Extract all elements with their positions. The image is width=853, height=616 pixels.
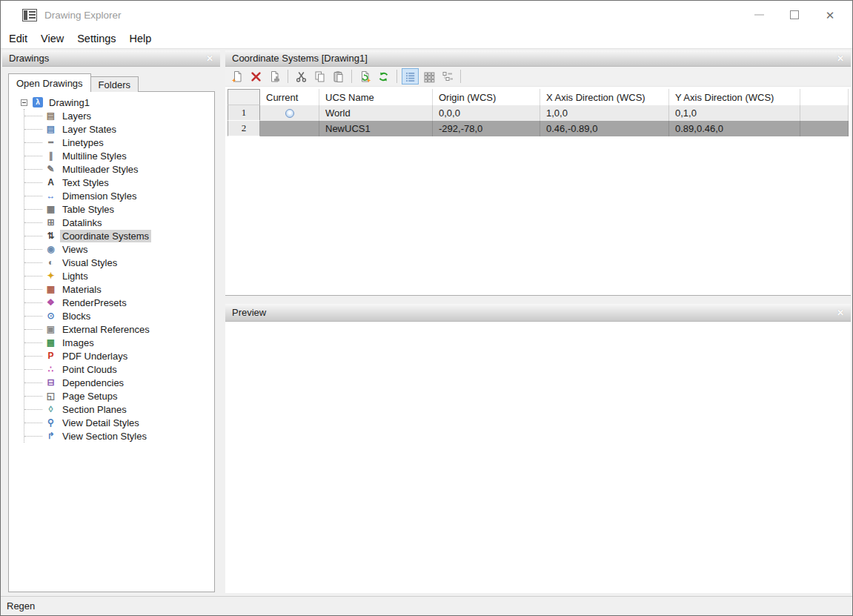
tree-item-images[interactable]: ▩Images	[24, 336, 214, 349]
tree-item-label: PDF Underlays	[60, 350, 130, 362]
delete-button[interactable]	[248, 68, 265, 85]
tree-item-label: Section Planes	[60, 403, 129, 416]
tree-item-external-references[interactable]: ▣External References	[24, 322, 214, 336]
tree-item-label: Layers	[60, 110, 93, 122]
current-cell	[260, 105, 319, 121]
tab-open-drawings[interactable]: Open Drawings	[8, 73, 91, 92]
tree-item-linetypes[interactable]: ┅Linetypes	[24, 136, 214, 149]
iconsview-icon	[422, 70, 435, 83]
ucs-row-world[interactable]: 1World0,0,01,0,00,1,0	[228, 105, 849, 121]
minimize-button[interactable]	[741, 1, 777, 29]
coordinate-systems-panel-title: Coordinate Systems [Drawing1]	[232, 53, 368, 64]
tree-item-label: Table Styles	[60, 203, 116, 216]
cut-icon	[295, 70, 308, 83]
column-header-origin-wcs-[interactable]: Origin (WCS)	[433, 89, 540, 105]
column-header-x-axis-direction-wcs-[interactable]: X Axis Direction (WCS)	[540, 89, 669, 105]
tree-item-label: Dimension Styles	[60, 190, 139, 202]
tree-item-visual-styles[interactable]: ◐Visual Styles	[24, 256, 214, 269]
details-view-button[interactable]	[402, 68, 419, 85]
tree-item-label: Datalinks	[60, 216, 104, 229]
tree-item-materials[interactable]: ▦Materials	[24, 282, 214, 296]
tree-item-label: Visual Styles	[60, 256, 119, 269]
origin-cell: -292,-78,0	[433, 121, 540, 136]
maximize-icon	[790, 10, 799, 19]
tree-item-label: View Section Styles	[60, 430, 149, 443]
maximize-button[interactable]	[777, 1, 812, 29]
menu-help[interactable]: Help	[123, 31, 159, 46]
row-number: 2	[228, 121, 260, 136]
pdf-underlays-icon: P	[45, 351, 56, 362]
tree-item-view-detail-styles[interactable]: ⚲View Detail Styles	[24, 416, 214, 429]
tree-item-page-setups[interactable]: ◱Page Setups	[24, 389, 214, 403]
tree-item-label: Materials	[60, 283, 104, 296]
main-area: Drawings ✕ Open DrawingsFolders λDrawing…	[1, 48, 852, 596]
page-setups-icon: ◱	[45, 391, 56, 402]
tree-item-view-section-styles[interactable]: ↱View Section Styles	[24, 429, 214, 443]
tree-item-label: Point Clouds	[60, 363, 119, 376]
tree-item-pdf-underlays[interactable]: PPDF Underlays	[24, 349, 214, 362]
menu-settings[interactable]: Settings	[70, 31, 122, 46]
preview-body	[225, 322, 851, 593]
ucs-name-cell: World	[319, 105, 433, 121]
tree-item-blocks[interactable]: ⊙Blocks	[24, 309, 214, 322]
paste-button[interactable]	[330, 68, 347, 85]
tree-item-dependencies[interactable]: ⊟Dependencies	[24, 376, 214, 389]
purge-button[interactable]	[266, 68, 283, 85]
render-presets-icon: ❖	[45, 297, 56, 308]
icons-view-button[interactable]	[420, 68, 437, 85]
tree-view-button[interactable]	[439, 68, 456, 85]
drawings-panel-close-icon[interactable]: ✕	[206, 53, 213, 64]
window-title: Drawing Explorer	[44, 10, 122, 21]
setcur-icon	[359, 70, 371, 83]
cut-button[interactable]	[293, 68, 310, 85]
current-radio-icon[interactable]	[285, 109, 294, 118]
tree-item-label: Views	[60, 243, 90, 256]
multiline-styles-icon: ∥	[45, 150, 56, 162]
right-column: Coordinate Systems [Drawing1] ✕ CurrentU…	[225, 50, 851, 593]
materials-icon: ▦	[45, 284, 56, 295]
x-axis-cell: 0.46,-0.89,0	[540, 121, 669, 136]
tree-item-lights[interactable]: ✦Lights	[24, 269, 214, 282]
column-header-ucs-name[interactable]: UCS Name	[319, 89, 433, 105]
multileader-styles-icon: ✎	[45, 164, 56, 175]
tab-folders[interactable]: Folders	[91, 76, 139, 92]
tree-item-coordinate-systems[interactable]: ⇅Coordinate Systems	[24, 229, 214, 242]
new-icon	[231, 70, 244, 83]
close-button[interactable]: ✕	[812, 1, 848, 29]
tree-item-label: Page Setups	[60, 390, 119, 403]
tree-item-section-planes[interactable]: ◊Section Planes	[24, 403, 214, 416]
tree-item-label: Images	[60, 337, 96, 349]
copy-button[interactable]	[311, 68, 328, 85]
collapse-icon[interactable]	[21, 99, 27, 106]
tree-item-point-clouds[interactable]: ∴Point Clouds	[24, 362, 214, 376]
tree-item-dimension-styles[interactable]: ↔Dimension Styles	[24, 189, 214, 202]
tree-item-multileader-styles[interactable]: ✎Multileader Styles	[24, 162, 214, 176]
row-number-header	[228, 89, 260, 105]
images-icon: ▩	[45, 337, 56, 348]
column-header-y-axis-direction-wcs-[interactable]: Y Axis Direction (WCS)	[669, 89, 800, 105]
tree-item-multiline-styles[interactable]: ∥Multiline Styles	[24, 149, 214, 162]
tree-item-table-styles[interactable]: ▦Table Styles	[24, 202, 214, 216]
menu-edit[interactable]: Edit	[2, 31, 34, 46]
new-ucs-button[interactable]	[229, 68, 246, 85]
drawing-explorer-window: Drawing Explorer ✕ EditViewSettingsHelp …	[0, 0, 853, 616]
tree-item-layers[interactable]: ▤Layers	[24, 109, 214, 122]
set-current-button[interactable]	[356, 68, 374, 85]
close-icon: ✕	[826, 10, 835, 21]
tree-item-text-styles[interactable]: AText Styles	[24, 176, 214, 189]
menu-view[interactable]: View	[34, 31, 70, 46]
lights-icon: ✦	[45, 271, 56, 282]
tree-item-layer-states[interactable]: ▤Layer States	[24, 122, 214, 136]
coordinate-systems-panel-close-icon[interactable]: ✕	[837, 53, 844, 64]
tree-item-drawing1[interactable]: λDrawing1	[9, 96, 214, 109]
refresh-button[interactable]	[375, 68, 392, 85]
ucs-row-newucs1[interactable]: 2NewUCS1-292,-78,00.46,-0.89,00.89,0.46,…	[228, 121, 849, 136]
column-header-current[interactable]: Current	[260, 89, 319, 105]
preview-panel-close-icon[interactable]: ✕	[837, 308, 844, 318]
tree-item-label: RenderPresets	[60, 297, 129, 309]
tree-item-renderpresets[interactable]: ❖RenderPresets	[24, 296, 214, 309]
tree-item-datalinks[interactable]: ⊞Datalinks	[24, 216, 214, 229]
tree-item-views[interactable]: ◉Views	[24, 242, 214, 256]
refresh-icon	[377, 70, 390, 83]
tree-item-label: Blocks	[60, 310, 93, 322]
